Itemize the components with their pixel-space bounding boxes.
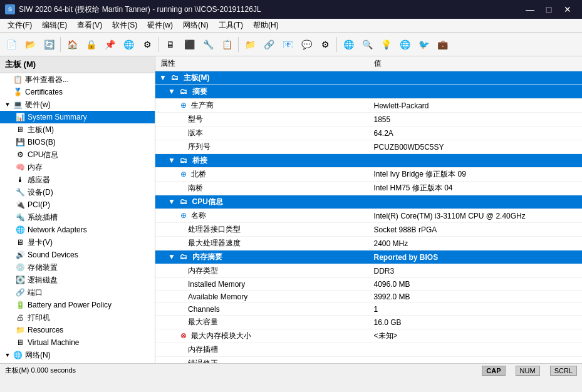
toolbar-btn7[interactable]: 🌐 [120, 36, 137, 53]
table-row: ▼ 🗂 CPU信息 [155, 195, 582, 209]
device-icon: 🔧 [15, 187, 25, 197]
tree-item-netinfo[interactable]: ▶ 📶 网络信息 [0, 361, 155, 363]
toolbar-btn14[interactable]: 🔗 [260, 36, 278, 53]
toolbar-btn4[interactable]: 🏠 [63, 36, 81, 53]
toolbar-btn23[interactable]: 💼 [434, 36, 451, 53]
toolbar-btn20[interactable]: 💡 [377, 36, 395, 53]
logdisk-icon: 💽 [15, 275, 25, 285]
table-row: ⊕ 名称 Intel(R) Core(TM) i3-3110M CPU @ 2.… [155, 209, 582, 223]
folder-icon: 🗂 [180, 197, 187, 206]
toolbar-btn16[interactable]: 💬 [298, 36, 315, 53]
menu-help[interactable]: 帮助(H) [248, 19, 284, 32]
table-row: 序列号 PCUZB00WD5C5SY [155, 140, 582, 154]
toolbar-btn21[interactable]: 🌐 [396, 36, 413, 53]
toolbar-btn17[interactable]: ⚙ [316, 36, 334, 53]
tree-item-ports[interactable]: 🔗 端口 [0, 286, 155, 299]
cap-indicator: CAP [482, 366, 505, 376]
table-row: ⊕ 生产商 Hewlett-Packard [155, 99, 582, 113]
tree-item-mainboard[interactable]: 🖥 主板(M) [0, 123, 155, 136]
tree-item-network[interactable]: ▼ 🌐 网络(N) [0, 349, 155, 361]
toolbar-btn8[interactable]: ⚙ [138, 36, 156, 53]
chip-icon: ⊕ [180, 170, 187, 178]
toolbar: 📄 📂 🔄 🏠 🔒 📌 🌐 ⚙ 🖥 ⬛ 🔧 📋 📁 🔗 📧 💬 ⚙ 🌐 🔍 💡 … [0, 33, 582, 56]
toolbar-btn11[interactable]: 🔧 [199, 36, 217, 53]
tree-item-printer[interactable]: 🖨 打印机 [0, 311, 155, 324]
tree-item-syslots[interactable]: 🔩 系统插槽 [0, 211, 155, 224]
section-label: 桥接 [192, 156, 207, 165]
network-icon: 🌐 [13, 350, 23, 360]
tree-item-resources[interactable]: 📁 Resources [0, 324, 155, 336]
minimize-button[interactable]: — [521, 0, 539, 19]
tree-item-logdisk[interactable]: 💽 逻辑磁盘 [0, 274, 155, 286]
tree-item-sensor[interactable]: 🌡 感应器 [0, 173, 155, 186]
tree-item-sound[interactable]: 🔊 Sound Devices [0, 249, 155, 261]
window-controls: — □ ✕ [521, 0, 577, 19]
section-label: 内存摘要 [192, 252, 222, 261]
col-value-header: 值 [369, 56, 583, 71]
prop-value: PCUZB00WD5C5SY [369, 140, 583, 154]
table-row: 最大容量 16.0 GB [155, 316, 582, 329]
toolbar-btn15[interactable]: 📧 [279, 36, 296, 53]
toolbar-new[interactable]: 📄 [3, 36, 20, 53]
toolbar-btn13[interactable]: 📁 [241, 36, 259, 53]
toolbar-btn5[interactable]: 🔒 [82, 36, 100, 53]
menu-file[interactable]: 文件(F) [3, 19, 37, 32]
netinfo-icon: 📶 [20, 363, 30, 363]
tree-item-certs[interactable]: 🏅 Certificates [0, 86, 155, 98]
properties-table[interactable]: 属性 值 ▼ 🗂 主板(M) [155, 56, 582, 363]
prop-label: 南桥 [155, 182, 369, 195]
separator-1 [60, 37, 61, 52]
tree-item-events[interactable]: 📋 事件查看器... [0, 73, 155, 86]
tree-item-netadapters[interactable]: 🌐 Network Adapters [0, 224, 155, 236]
table-row: Installed Memory 4096.0 MB [155, 278, 582, 291]
prop-value: Hewlett-Packard [369, 99, 583, 113]
toolbar-btn10[interactable]: ⬛ [180, 36, 198, 53]
tree-content[interactable]: 📋 事件查看器... 🏅 Certificates ▼ 💻 硬件(w) 📊 Sy… [0, 73, 155, 363]
printer-icon: 🖨 [15, 312, 25, 322]
menu-edit[interactable]: 编辑(E) [37, 19, 72, 32]
tree-item-storage[interactable]: 💿 存储装置 [0, 261, 155, 274]
tree-item-pci[interactable]: 🔌 PCI(P) [0, 199, 155, 211]
section-label: CPU信息 [192, 197, 223, 206]
right-panel: 属性 值 ▼ 🗂 主板(M) [155, 56, 582, 363]
table-row: 处理器接口类型 Socket 988B rPGA [155, 223, 582, 237]
section-label: 主板(M) [184, 73, 210, 82]
virtmachine-icon: 🖥 [15, 338, 25, 348]
mainboard-icon: 🖥 [15, 125, 25, 135]
close-button[interactable]: ✕ [558, 0, 577, 19]
prop-label: Channels [155, 303, 369, 316]
netadapters-label: Network Adapters [28, 225, 87, 234]
tree-item-device[interactable]: 🔧 设备(D) [0, 186, 155, 199]
table-row: 内存插槽 [155, 343, 582, 357]
toolbar-btn22[interactable]: 🐦 [415, 36, 432, 53]
toolbar-btn9[interactable]: 🖥 [162, 36, 179, 53]
table-row: 型号 1855 [155, 113, 582, 126]
menu-software[interactable]: 软件(S) [107, 19, 142, 32]
toolbar-btn12[interactable]: 📋 [218, 36, 236, 53]
bios-icon: 💾 [15, 137, 25, 147]
tree-item-hardware[interactable]: ▼ 💻 硬件(w) [0, 98, 155, 111]
tree-item-syssum[interactable]: 📊 System Summary [0, 111, 155, 123]
maximize-button[interactable]: □ [539, 0, 558, 19]
menu-tools[interactable]: 工具(T) [214, 19, 248, 32]
tree-item-bios[interactable]: 💾 BIOS(B) [0, 136, 155, 148]
tree-item-memory[interactable]: 🧠 内存 [0, 161, 155, 173]
toolbar-refresh[interactable]: 🔄 [40, 36, 58, 53]
toolbar-btn18[interactable]: 🌐 [340, 36, 357, 53]
virtmachine-label: Virtual Machine [28, 338, 80, 347]
menu-view[interactable]: 查看(V) [72, 19, 107, 32]
tree-item-display[interactable]: 🖥 显卡(V) [0, 236, 155, 249]
menu-network[interactable]: 网络(N) [178, 19, 214, 32]
status-indicators: CAP NUM SCRL [482, 366, 577, 376]
toolbar-btn19[interactable]: 🔍 [358, 36, 376, 53]
panel-header: 主板 (M) [0, 56, 155, 73]
tree-item-virtmachine[interactable]: 🖥 Virtual Machine [0, 336, 155, 349]
menu-bar: 文件(F) 编辑(E) 查看(V) 软件(S) 硬件(w) 网络(N) 工具(T… [0, 19, 582, 33]
tree-item-battery[interactable]: 🔋 Battery and Power Policy [0, 299, 155, 311]
toolbar-open[interactable]: 📂 [21, 36, 39, 53]
menu-hardware[interactable]: 硬件(w) [142, 19, 178, 32]
toolbar-btn6[interactable]: 📌 [101, 36, 118, 53]
tree-item-cpu[interactable]: ⚙ CPU信息 [0, 148, 155, 161]
storage-label: 存储装置 [28, 262, 58, 273]
prop-label: 最大内存模块大小 [191, 331, 251, 340]
